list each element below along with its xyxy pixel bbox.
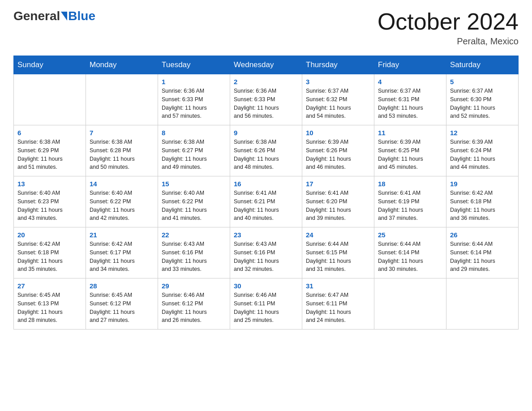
calendar-cell: 23Sunrise: 6:43 AMSunset: 6:16 PMDayligh… xyxy=(230,227,302,278)
calendar-cell: 20Sunrise: 6:42 AMSunset: 6:18 PMDayligh… xyxy=(14,227,86,278)
day-info: Sunrise: 6:40 AMSunset: 6:22 PMDaylight:… xyxy=(90,189,154,223)
calendar-cell: 27Sunrise: 6:45 AMSunset: 6:13 PMDayligh… xyxy=(14,278,86,330)
day-number: 15 xyxy=(162,180,226,188)
day-info: Sunrise: 6:36 AMSunset: 6:33 PMDaylight:… xyxy=(162,87,226,120)
day-info: Sunrise: 6:44 AMSunset: 6:14 PMDaylight:… xyxy=(378,240,442,274)
day-info: Sunrise: 6:39 AMSunset: 6:26 PMDaylight:… xyxy=(306,138,370,171)
day-info: Sunrise: 6:36 AMSunset: 6:33 PMDaylight:… xyxy=(234,87,298,120)
calendar-cell: 10Sunrise: 6:39 AMSunset: 6:26 PMDayligh… xyxy=(302,125,374,176)
calendar-cell: 16Sunrise: 6:41 AMSunset: 6:21 PMDayligh… xyxy=(230,176,302,227)
calendar-cell xyxy=(86,74,158,125)
day-info: Sunrise: 6:41 AMSunset: 6:20 PMDaylight:… xyxy=(306,189,370,223)
calendar-cell: 2Sunrise: 6:36 AMSunset: 6:33 PMDaylight… xyxy=(230,74,302,125)
calendar-cell: 18Sunrise: 6:41 AMSunset: 6:19 PMDayligh… xyxy=(374,176,446,227)
day-info: Sunrise: 6:38 AMSunset: 6:26 PMDaylight:… xyxy=(234,138,298,171)
day-number: 5 xyxy=(450,78,515,86)
calendar-cell: 1Sunrise: 6:36 AMSunset: 6:33 PMDaylight… xyxy=(158,74,230,125)
day-info: Sunrise: 6:38 AMSunset: 6:28 PMDaylight:… xyxy=(90,138,154,171)
day-number: 25 xyxy=(378,231,442,239)
day-number: 7 xyxy=(90,129,154,137)
logo-general-text: General xyxy=(13,9,60,23)
day-number: 18 xyxy=(378,180,442,188)
day-info: Sunrise: 6:45 AMSunset: 6:12 PMDaylight:… xyxy=(90,291,154,325)
day-number: 27 xyxy=(17,282,82,290)
day-number: 11 xyxy=(378,129,442,137)
calendar-cell: 6Sunrise: 6:38 AMSunset: 6:29 PMDaylight… xyxy=(14,125,86,176)
day-info: Sunrise: 6:41 AMSunset: 6:21 PMDaylight:… xyxy=(234,189,298,223)
day-info: Sunrise: 6:38 AMSunset: 6:29 PMDaylight:… xyxy=(17,138,82,171)
day-info: Sunrise: 6:44 AMSunset: 6:14 PMDaylight:… xyxy=(450,240,515,274)
weekday-header-sunday: Sunday xyxy=(14,56,86,74)
calendar-cell: 30Sunrise: 6:46 AMSunset: 6:11 PMDayligh… xyxy=(230,278,302,330)
day-number: 16 xyxy=(234,180,298,188)
day-number: 4 xyxy=(378,78,442,86)
day-info: Sunrise: 6:45 AMSunset: 6:13 PMDaylight:… xyxy=(17,291,82,325)
day-number: 19 xyxy=(450,180,515,188)
location-text: Peralta, Mexico xyxy=(378,36,519,47)
calendar-cell: 7Sunrise: 6:38 AMSunset: 6:28 PMDaylight… xyxy=(86,125,158,176)
day-info: Sunrise: 6:43 AMSunset: 6:16 PMDaylight:… xyxy=(162,240,226,274)
day-number: 22 xyxy=(162,231,226,239)
weekday-header-tuesday: Tuesday xyxy=(158,56,230,74)
day-info: Sunrise: 6:37 AMSunset: 6:30 PMDaylight:… xyxy=(450,87,515,120)
calendar-cell: 4Sunrise: 6:37 AMSunset: 6:31 PMDaylight… xyxy=(374,74,446,125)
day-info: Sunrise: 6:37 AMSunset: 6:32 PMDaylight:… xyxy=(306,87,370,120)
day-info: Sunrise: 6:47 AMSunset: 6:11 PMDaylight:… xyxy=(306,291,370,325)
day-info: Sunrise: 6:43 AMSunset: 6:16 PMDaylight:… xyxy=(234,240,298,274)
logo-blue-text: Blue xyxy=(68,9,95,23)
day-number: 14 xyxy=(90,180,154,188)
day-info: Sunrise: 6:42 AMSunset: 6:18 PMDaylight:… xyxy=(17,240,82,274)
calendar-table: SundayMondayTuesdayWednesdayThursdayFrid… xyxy=(13,56,519,330)
calendar-cell: 14Sunrise: 6:40 AMSunset: 6:22 PMDayligh… xyxy=(86,176,158,227)
weekday-header-wednesday: Wednesday xyxy=(230,56,302,74)
day-info: Sunrise: 6:39 AMSunset: 6:24 PMDaylight:… xyxy=(450,138,515,171)
day-info: Sunrise: 6:46 AMSunset: 6:12 PMDaylight:… xyxy=(162,291,226,325)
calendar-cell: 11Sunrise: 6:39 AMSunset: 6:25 PMDayligh… xyxy=(374,125,446,176)
day-info: Sunrise: 6:44 AMSunset: 6:15 PMDaylight:… xyxy=(306,240,370,274)
calendar-cell: 26Sunrise: 6:44 AMSunset: 6:14 PMDayligh… xyxy=(446,227,519,278)
day-number: 24 xyxy=(306,231,370,239)
day-info: Sunrise: 6:39 AMSunset: 6:25 PMDaylight:… xyxy=(378,138,442,171)
calendar-cell xyxy=(14,74,86,125)
weekday-header-saturday: Saturday xyxy=(446,56,519,74)
weekday-header-thursday: Thursday xyxy=(302,56,374,74)
calendar-cell: 15Sunrise: 6:40 AMSunset: 6:22 PMDayligh… xyxy=(158,176,230,227)
calendar-cell xyxy=(446,278,519,330)
title-block: October 2024 Peralta, Mexico xyxy=(378,9,519,47)
calendar-cell: 22Sunrise: 6:43 AMSunset: 6:16 PMDayligh… xyxy=(158,227,230,278)
day-number: 10 xyxy=(306,129,370,137)
day-info: Sunrise: 6:41 AMSunset: 6:19 PMDaylight:… xyxy=(378,189,442,223)
day-info: Sunrise: 6:42 AMSunset: 6:18 PMDaylight:… xyxy=(450,189,515,223)
day-info: Sunrise: 6:46 AMSunset: 6:11 PMDaylight:… xyxy=(234,291,298,325)
day-number: 29 xyxy=(162,282,226,290)
calendar-cell: 25Sunrise: 6:44 AMSunset: 6:14 PMDayligh… xyxy=(374,227,446,278)
calendar-cell: 17Sunrise: 6:41 AMSunset: 6:20 PMDayligh… xyxy=(302,176,374,227)
calendar-week-row: 13Sunrise: 6:40 AMSunset: 6:23 PMDayligh… xyxy=(14,176,519,227)
calendar-cell: 8Sunrise: 6:38 AMSunset: 6:27 PMDaylight… xyxy=(158,125,230,176)
day-number: 31 xyxy=(306,282,370,290)
day-number: 20 xyxy=(17,231,82,239)
calendar-cell: 12Sunrise: 6:39 AMSunset: 6:24 PMDayligh… xyxy=(446,125,519,176)
calendar-header-row: SundayMondayTuesdayWednesdayThursdayFrid… xyxy=(14,56,519,74)
day-number: 8 xyxy=(162,129,226,137)
calendar-cell: 13Sunrise: 6:40 AMSunset: 6:23 PMDayligh… xyxy=(14,176,86,227)
day-number: 28 xyxy=(90,282,154,290)
calendar-cell: 29Sunrise: 6:46 AMSunset: 6:12 PMDayligh… xyxy=(158,278,230,330)
day-info: Sunrise: 6:37 AMSunset: 6:31 PMDaylight:… xyxy=(378,87,442,120)
page-header: General Blue October 2024 Peralta, Mexic… xyxy=(13,9,519,47)
calendar-week-row: 20Sunrise: 6:42 AMSunset: 6:18 PMDayligh… xyxy=(14,227,519,278)
day-number: 17 xyxy=(306,180,370,188)
calendar-cell: 21Sunrise: 6:42 AMSunset: 6:17 PMDayligh… xyxy=(86,227,158,278)
calendar-cell xyxy=(374,278,446,330)
logo-arrow-icon xyxy=(61,12,67,21)
calendar-week-row: 6Sunrise: 6:38 AMSunset: 6:29 PMDaylight… xyxy=(14,125,519,176)
logo: General Blue xyxy=(13,9,95,23)
calendar-cell: 24Sunrise: 6:44 AMSunset: 6:15 PMDayligh… xyxy=(302,227,374,278)
day-info: Sunrise: 6:40 AMSunset: 6:23 PMDaylight:… xyxy=(17,189,82,223)
day-info: Sunrise: 6:42 AMSunset: 6:17 PMDaylight:… xyxy=(90,240,154,274)
calendar-cell: 3Sunrise: 6:37 AMSunset: 6:32 PMDaylight… xyxy=(302,74,374,125)
day-info: Sunrise: 6:40 AMSunset: 6:22 PMDaylight:… xyxy=(162,189,226,223)
day-number: 1 xyxy=(162,78,226,86)
day-number: 2 xyxy=(234,78,298,86)
day-number: 21 xyxy=(90,231,154,239)
